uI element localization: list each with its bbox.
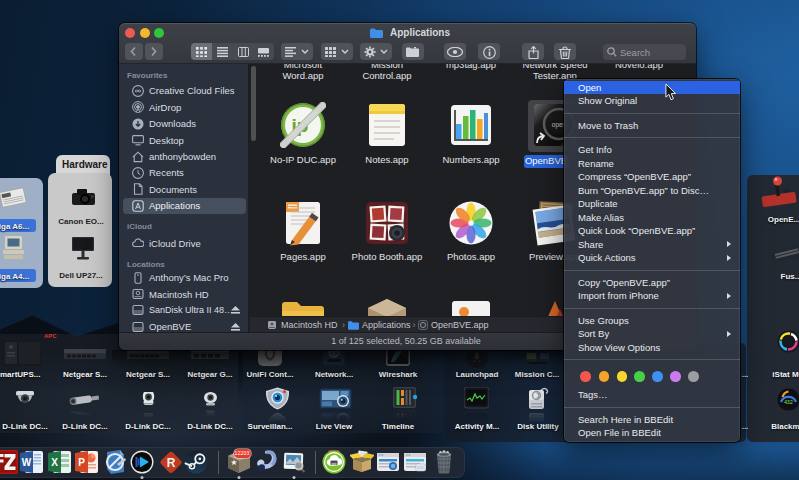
svg-text:W: W <box>22 457 32 468</box>
svg-text:R: R <box>166 456 175 470</box>
svg-text:432: 432 <box>784 399 793 405</box>
svg-text:P: P <box>78 457 85 468</box>
svg-text:X: X <box>51 457 58 468</box>
